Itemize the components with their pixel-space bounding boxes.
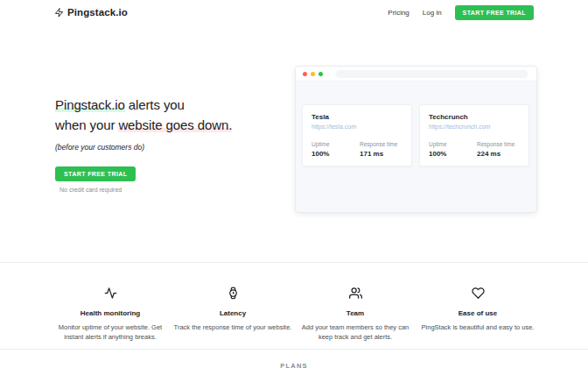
traffic-dot-red-icon [303,72,307,76]
hero-start-trial-button[interactable]: START FREE TRIAL [55,166,136,181]
features-row: Health monitoring Monitor uptime of your… [0,287,588,342]
hero-heading: Pingstack.io alerts you when your websit… [55,95,291,135]
site-stats: Uptime 100% Response time 224 ms [429,141,520,158]
hero-heading-highlight-pink: website goes down. [118,117,232,132]
browser-titlebar [296,67,536,81]
response-value: 171 ms [360,150,399,158]
feature-description: PingStack is beautiful and easy to use. [417,322,538,332]
response-stat: Response time 224 ms [477,141,516,158]
feature-title: Ease of use [416,309,539,317]
feature-health-monitoring: Health monitoring Monitor uptime of your… [49,287,172,342]
monitor-card-techcrunch: Techcrunch https://techcrunch.com Uptime… [419,104,529,166]
uptime-stat: Uptime 100% [312,141,351,158]
uptime-value: 100% [429,150,468,158]
hero-heading-rest: alerts you [125,97,185,112]
traffic-dot-green-icon [318,72,323,76]
plans-section-label: PLANS [0,362,588,368]
hero-cta-note: No credit card required [60,187,291,193]
feature-title: Latency [172,309,294,317]
uptime-label: Uptime [312,141,351,147]
zap-icon [54,7,64,18]
nav-start-trial-button[interactable]: START FREE TRIAL [455,5,534,20]
monitor-card-tesla: Tesla https://tesla.com Uptime 100% Resp… [302,104,412,166]
response-label: Response time [360,141,399,147]
navbar: Pingstack.io Pricing Log in START FREE T… [0,0,588,25]
feature-description: Add your team members so they can keep t… [295,322,416,342]
feature-team: Team Add your team members so they can k… [294,287,416,342]
hero-heading-highlight-green: Pingstack.io [55,97,125,112]
site-url: https://techcrunch.com [429,124,520,130]
response-value: 224 ms [477,150,516,158]
heart-icon [472,287,485,302]
brand-logo[interactable]: Pingstack.io [54,7,128,18]
hero-subheading: (before your customers do) [55,143,291,152]
feature-latency: Latency Track the response time of your … [172,287,294,342]
site-name: Tesla [312,113,402,121]
users-icon [349,287,362,302]
nav-links: Pricing Log in START FREE TRIAL [388,5,534,20]
traffic-light-dots [303,72,323,76]
site-url: https://tesla.com [312,124,402,130]
nav-link-login[interactable]: Log in [423,9,442,17]
feature-description: Monitor uptime of your website. Get inst… [50,322,171,342]
nav-link-pricing[interactable]: Pricing [388,9,409,17]
site-name: Techcrunch [429,113,520,121]
browser-mockup-window: Tesla https://tesla.com Uptime 100% Resp… [295,66,537,213]
hero-heading-pre: when your [55,117,118,132]
feature-description: Track the response time of your website. [172,322,293,332]
brand-name: Pingstack.io [67,7,128,18]
feature-ease-of-use: Ease of use PingStack is beautiful and e… [416,287,539,342]
feature-title: Health monitoring [49,309,172,317]
monitor-cards: Tesla https://tesla.com Uptime 100% Resp… [296,81,536,166]
hero-section: Pingstack.io alerts you when your websit… [55,95,291,193]
uptime-label: Uptime [429,141,468,147]
section-divider [0,262,588,263]
browser-address-bar [336,70,528,78]
site-stats: Uptime 100% Response time 171 ms [312,141,402,158]
section-divider [0,349,588,350]
response-label: Response time [477,141,516,147]
activity-icon [104,287,117,302]
response-stat: Response time 171 ms [360,141,399,158]
watch-icon [227,287,240,302]
uptime-stat: Uptime 100% [429,141,468,158]
feature-title: Team [294,309,416,317]
traffic-dot-yellow-icon [311,72,315,76]
uptime-value: 100% [312,150,351,158]
